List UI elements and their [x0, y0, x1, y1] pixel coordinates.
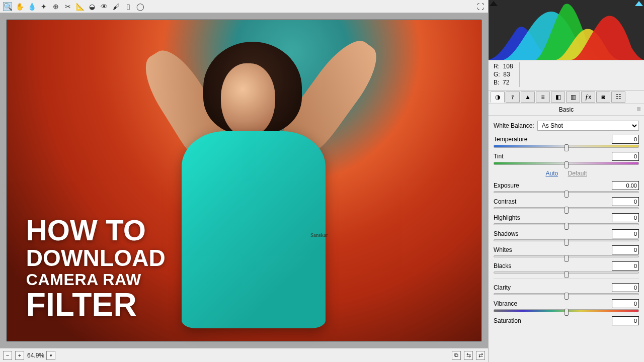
- swap-views-icon[interactable]: ⇆: [464, 351, 473, 360]
- overlay-line-1: HOW TO: [26, 215, 166, 246]
- shadow-clipping-icon[interactable]: [490, 1, 498, 6]
- tab-effects-icon[interactable]: ƒx: [581, 92, 595, 103]
- preview-pane: 🔍 ✋ 💧 ✦ ⊕ ✂ 📐 ◒ 👁 🖌 ▯ ◯ ⛶ Sanskar HOW TO…: [0, 0, 488, 362]
- blacks-label: Blacks: [494, 262, 612, 269]
- rgb-g-label: G:: [494, 71, 500, 78]
- auto-link[interactable]: Auto: [545, 170, 558, 177]
- whites-label: Whites: [494, 246, 612, 253]
- spot-removal-tool-icon[interactable]: ◒: [88, 2, 97, 11]
- saturation-input[interactable]: [612, 316, 639, 325]
- highlights-slider[interactable]: [494, 223, 639, 225]
- image-watermark: Sanskar: [310, 232, 328, 238]
- zoom-level-value: 64.9%: [27, 352, 44, 359]
- tab-tone-curve-icon[interactable]: ⫯: [506, 92, 520, 103]
- rgb-b-value: 72: [503, 79, 509, 86]
- blacks-slider[interactable]: [494, 272, 639, 274]
- overlay-line-4: FILTER: [26, 289, 166, 321]
- redeye-tool-icon[interactable]: 👁: [100, 2, 109, 11]
- promo-overlay-text: HOW TO DOWNLOAD CAMERA RAW FILTER: [26, 215, 166, 321]
- overlay-line-2: DOWNLOAD: [26, 246, 166, 270]
- overlay-line-3: CAMERA RAW: [26, 270, 166, 289]
- zoom-in-button[interactable]: +: [15, 351, 24, 360]
- image-subject: [164, 27, 344, 334]
- exposure-input[interactable]: [612, 181, 639, 190]
- image-canvas-area: Sanskar HOW TO DOWNLOAD CAMERA RAW FILTE…: [0, 13, 488, 348]
- shadows-label: Shadows: [494, 230, 612, 237]
- targeted-adjust-tool-icon[interactable]: ⊕: [51, 2, 60, 11]
- panel-title: Basic: [559, 106, 574, 113]
- rgb-r-label: R:: [494, 63, 500, 70]
- blacks-input[interactable]: [612, 261, 639, 270]
- shadows-input[interactable]: [612, 229, 639, 238]
- histogram[interactable]: [489, 0, 644, 60]
- rgb-b-label: B:: [494, 79, 499, 86]
- zoom-out-button[interactable]: −: [3, 351, 12, 360]
- status-bar: − + 64.9% ▾ ⧉ ⇆ ⇄: [0, 348, 488, 362]
- white-balance-label: White Balance:: [494, 122, 534, 129]
- highlights-label: Highlights: [494, 214, 612, 221]
- tint-slider[interactable]: [494, 162, 639, 165]
- exposure-slider[interactable]: [494, 191, 639, 193]
- clarity-input[interactable]: [612, 283, 639, 292]
- color-sampler-tool-icon[interactable]: ✦: [39, 2, 48, 11]
- tab-lens-icon[interactable]: ▥: [566, 92, 580, 103]
- temperature-label: Temperature: [494, 136, 612, 143]
- tab-hsl-icon[interactable]: ≡: [536, 92, 550, 103]
- tab-presets-icon[interactable]: ☷: [611, 92, 625, 103]
- tab-detail-icon[interactable]: ▲: [521, 92, 535, 103]
- highlight-clipping-icon[interactable]: [635, 1, 643, 6]
- tint-label: Tint: [494, 153, 612, 160]
- graduated-filter-icon[interactable]: ▯: [124, 2, 133, 11]
- highlights-input[interactable]: [612, 213, 639, 222]
- radial-filter-icon[interactable]: ◯: [136, 2, 145, 11]
- straighten-tool-icon[interactable]: 📐: [75, 2, 85, 11]
- temperature-slider[interactable]: [494, 145, 639, 148]
- crop-tool-icon[interactable]: ✂: [63, 2, 72, 11]
- top-toolbar: 🔍 ✋ 💧 ✦ ⊕ ✂ 📐 ◒ 👁 🖌 ▯ ◯ ⛶: [0, 0, 488, 13]
- temperature-input[interactable]: [612, 135, 639, 144]
- basic-panel: White Balance: As Shot Temperature Tint …: [489, 116, 644, 362]
- saturation-label: Saturation: [494, 317, 612, 324]
- tint-input[interactable]: [612, 152, 639, 161]
- panel-tabs: ◑ ⫯ ▲ ≡ ◧ ▥ ƒx ◙ ☷: [489, 90, 644, 104]
- clarity-slider[interactable]: [494, 293, 639, 295]
- rgb-r-value: 108: [503, 63, 513, 70]
- tab-camera-icon[interactable]: ◙: [596, 92, 610, 103]
- adjustment-brush-icon[interactable]: 🖌: [112, 2, 121, 11]
- whites-input[interactable]: [612, 245, 639, 254]
- panel-menu-icon[interactable]: ≣: [636, 106, 641, 113]
- vibrance-slider[interactable]: [494, 309, 639, 312]
- clarity-label: Clarity: [494, 284, 612, 291]
- contrast-slider[interactable]: [494, 207, 639, 209]
- contrast-input[interactable]: [612, 197, 639, 206]
- rgb-g-value: 83: [503, 71, 510, 78]
- image-canvas[interactable]: Sanskar HOW TO DOWNLOAD CAMERA RAW FILTE…: [7, 20, 481, 341]
- copy-settings-icon[interactable]: ⇄: [476, 351, 485, 360]
- vibrance-label: Vibrance: [494, 300, 612, 307]
- hand-tool-icon[interactable]: ✋: [15, 2, 24, 11]
- default-link[interactable]: Default: [568, 170, 587, 177]
- rgb-readout: R: 108 G: 83 B: 72: [489, 60, 644, 90]
- white-balance-select[interactable]: As Shot: [537, 121, 639, 131]
- vibrance-input[interactable]: [612, 299, 639, 308]
- before-after-toggle-icon[interactable]: ⧉: [452, 351, 461, 360]
- whites-slider[interactable]: [494, 255, 639, 257]
- zoom-dropdown-icon[interactable]: ▾: [46, 351, 55, 360]
- contrast-label: Contrast: [494, 198, 612, 205]
- exposure-label: Exposure: [494, 182, 612, 189]
- zoom-tool-icon[interactable]: 🔍: [3, 2, 12, 11]
- panel-title-bar: Basic ≣: [489, 104, 644, 116]
- adjustments-panel: R: 108 G: 83 B: 72 ◑ ⫯ ▲ ≡ ◧ ▥ ƒx ◙ ☷ Ba…: [488, 0, 644, 362]
- tab-basic-icon[interactable]: ◑: [491, 92, 505, 103]
- shadows-slider[interactable]: [494, 239, 639, 241]
- white-balance-tool-icon[interactable]: 💧: [27, 2, 36, 11]
- tab-split-tone-icon[interactable]: ◧: [551, 92, 565, 103]
- fullscreen-toggle-icon[interactable]: ⛶: [476, 2, 485, 11]
